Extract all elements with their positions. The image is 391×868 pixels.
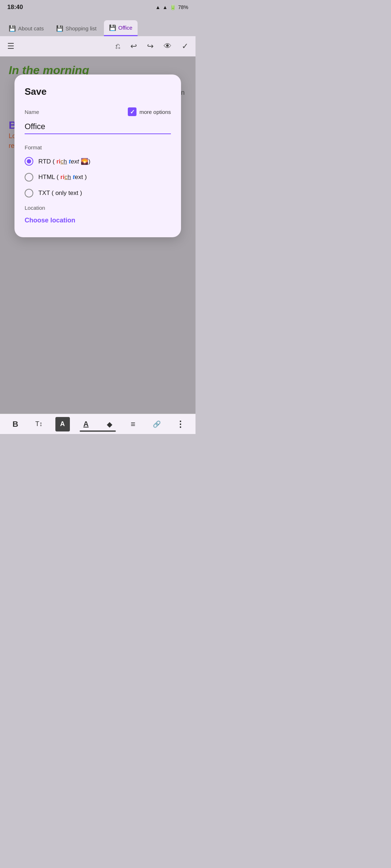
align-button[interactable]: ≡ — [126, 417, 140, 431]
status-bar: 18:40 ▲ ▲ 🔋 78% — [0, 0, 196, 14]
tab-shopping-list[interactable]: 💾 Shopping list — [51, 20, 102, 36]
name-input[interactable] — [25, 120, 171, 134]
more-button[interactable]: ⋮ — [173, 417, 188, 431]
text-color-button[interactable]: A — [79, 417, 93, 431]
status-time: 18:40 — [7, 4, 23, 11]
radio-rtd-outer — [25, 157, 33, 166]
radio-rtd-inner — [27, 159, 31, 163]
format-txt[interactable]: TXT ( only text ) — [25, 189, 171, 197]
name-row: Name more options — [25, 107, 171, 116]
format-txt-label: TXT ( only text ) — [38, 190, 82, 197]
more-options-checkbox[interactable] — [128, 107, 136, 116]
undo-history-button[interactable]: ⎌ — [115, 42, 120, 51]
tab-about-cats[interactable]: 💾 About cats — [4, 20, 49, 36]
tab-icon-about-cats: 💾 — [9, 25, 16, 32]
radio-txt-outer — [25, 189, 33, 197]
redo-button[interactable]: ↪ — [147, 42, 154, 51]
radio-html-outer — [25, 173, 33, 182]
choose-location-button[interactable]: Choose location — [25, 217, 75, 224]
tab-label-about-cats: About cats — [18, 25, 44, 31]
save-dialog: Save Name more options Format RTD ( rich… — [14, 75, 181, 237]
editor-toolbar: ☰ ⎌ ↩ ↪ 👁 ✓ — [0, 36, 196, 56]
link-button[interactable]: 🔗 — [150, 417, 164, 431]
format-rtd[interactable]: RTD ( rich text 🌄) — [25, 157, 171, 166]
undo-button[interactable]: ↩ — [130, 42, 137, 51]
name-label: Name — [25, 109, 39, 115]
tab-label-shopping-list: Shopping list — [66, 25, 97, 31]
text-background-button[interactable]: A — [55, 417, 70, 431]
tab-bar: 💾 About cats 💾 Shopping list 💾 Office — [0, 14, 196, 36]
battery-percent: 78% — [178, 4, 188, 10]
status-icons: ▲ ▲ 🔋 78% — [155, 4, 188, 10]
wifi-icon: ▲ — [155, 4, 160, 10]
content-area: In the morning 1. Verify emails and repl… — [0, 56, 196, 414]
dialog-title: Save — [25, 86, 171, 97]
bold-button[interactable]: B — [8, 417, 23, 431]
tab-label-office: Office — [118, 25, 133, 31]
more-options-label: more options — [139, 109, 171, 115]
signal-icon: ▲ — [163, 4, 168, 10]
location-label: Location — [25, 205, 171, 211]
confirm-button[interactable]: ✓ — [182, 42, 188, 51]
font-size-button[interactable]: T↕ — [32, 417, 46, 431]
home-indicator — [80, 430, 116, 432]
tab-icon-shopping-list: 💾 — [56, 25, 63, 32]
format-html[interactable]: HTML ( rich text ) — [25, 173, 171, 182]
more-options-row: more options — [128, 107, 171, 116]
preview-button[interactable]: 👁 — [164, 42, 172, 51]
format-rtd-label: RTD ( rich text 🌄) — [38, 158, 91, 165]
highlight-button[interactable]: ◆ — [102, 417, 117, 431]
format-html-label: HTML ( rich text ) — [38, 174, 87, 181]
format-label: Format — [25, 144, 171, 150]
tab-office[interactable]: 💾 Office — [104, 20, 138, 36]
battery-icon: 🔋 — [170, 4, 176, 10]
hamburger-menu-button[interactable]: ☰ — [7, 42, 14, 51]
tab-icon-office: 💾 — [109, 24, 116, 31]
